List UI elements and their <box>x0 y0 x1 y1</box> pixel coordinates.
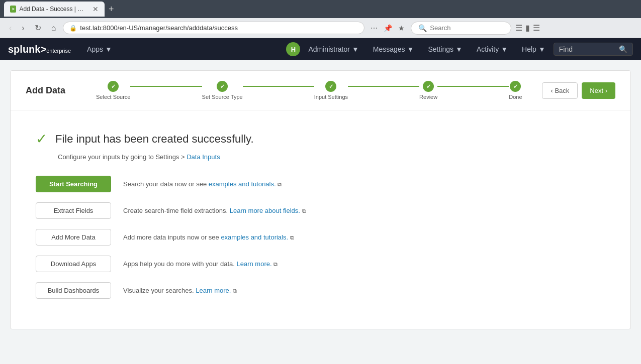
progress-steps: ✓ Select Source ✓ Set Source Type ✓ Inpu… <box>96 81 522 100</box>
user-initial: H <box>291 46 296 53</box>
enterprise-label: enterprise <box>46 48 71 54</box>
nav-administrator[interactable]: Administrator ▼ <box>302 38 364 60</box>
action-btn-download-apps[interactable]: Download Apps <box>36 256 111 272</box>
action-btn-add-more-data[interactable]: Add More Data <box>36 229 111 246</box>
search-input[interactable] <box>430 24 500 32</box>
step-done: ✓ Done <box>509 81 522 100</box>
hamburger-icon[interactable]: ☰ <box>533 23 540 33</box>
browser-chrome: > Add Data - Success | Splunk ✕ + <box>0 0 641 18</box>
browser-search-box[interactable]: 🔍 <box>411 22 511 35</box>
action-link[interactable]: examples and tutorials. <box>221 233 288 241</box>
app-header: splunk>enterprise Apps ▼ H Administrator… <box>0 38 641 60</box>
find-box[interactable]: Find 🔍 <box>554 43 633 56</box>
action-desc: Create search-time field extractions. Le… <box>123 207 306 214</box>
action-link[interactable]: examples and tutorials. <box>209 180 276 188</box>
pocket-button[interactable]: 📌 <box>382 22 394 34</box>
action-desc: Search your data now or see examples and… <box>123 180 282 188</box>
action-rows: Start SearchingSearch your data now or s… <box>36 176 605 299</box>
success-header: ✓ File input has been created successful… <box>36 131 605 147</box>
action-desc: Visualize your searches. Learn more. ⧉ <box>123 287 237 294</box>
activity-chevron-icon: ▼ <box>501 45 508 53</box>
action-row: Start SearchingSearch your data now or s… <box>36 176 605 192</box>
address-bar[interactable]: 🔒 test.lab:8000/en-US/manager/search/add… <box>63 22 364 34</box>
step-set-source-type: ✓ Set Source Type <box>202 81 243 100</box>
browser-menu-icons: ☰ ▮ ☰ <box>515 23 540 33</box>
action-link[interactable]: Learn more. <box>236 260 271 268</box>
splunk-logo-text: splunk> <box>8 44 46 55</box>
wizard-buttons: ‹ Back Next › <box>542 82 615 99</box>
messages-chevron-icon: ▼ <box>407 45 414 53</box>
step-review: ✓ Review <box>419 81 437 100</box>
nav-apps[interactable]: Apps ▼ <box>81 38 118 60</box>
wizard-title: Add Data <box>26 85 76 96</box>
home-button[interactable]: ⌂ <box>48 22 59 35</box>
help-chevron-icon: ▼ <box>538 45 545 53</box>
nav-messages-label: Messages <box>373 45 405 53</box>
tab-favicon: > <box>10 6 16 13</box>
nav-actions: ⋯ 📌 ★ <box>369 22 407 34</box>
browser-tab[interactable]: > Add Data - Success | Splunk ✕ <box>4 2 105 17</box>
nav-administrator-label: Administrator <box>308 45 349 53</box>
apps-chevron-icon: ▼ <box>105 45 112 53</box>
external-link-icon: ⧉ <box>290 234 294 240</box>
external-link-icon: ⧉ <box>233 288 237 294</box>
success-content: ✓ File input has been created successful… <box>11 110 630 329</box>
bookmarks-icon[interactable]: ☰ <box>515 23 522 33</box>
administrator-chevron-icon: ▼ <box>352 45 359 53</box>
action-btn-build-dashboards[interactable]: Build Dashboards <box>36 282 111 299</box>
action-row: Extract FieldsCreate search-time field e… <box>36 202 605 219</box>
overflow-menu-button[interactable]: ⋯ <box>369 22 380 34</box>
external-link-icon: ⧉ <box>273 261 278 267</box>
back-wizard-button[interactable]: ‹ Back <box>542 82 578 99</box>
nav-help-label: Help <box>522 45 536 53</box>
action-link[interactable]: Learn more. <box>196 287 231 294</box>
wizard-container: Add Data ✓ Select Source ✓ Set Source Ty… <box>10 70 631 329</box>
action-link[interactable]: Learn more about fields. <box>230 207 300 214</box>
main-content: Add Data ✓ Select Source ✓ Set Source Ty… <box>0 60 641 339</box>
step-input-settings: ✓ Input Settings <box>314 81 348 100</box>
bookmark-button[interactable]: ★ <box>396 22 407 34</box>
header-right: H Administrator ▼ Messages ▼ Settings ▼ … <box>286 38 633 60</box>
header-nav: Apps ▼ <box>81 38 286 60</box>
action-row: Download AppsApps help you do more with … <box>36 256 605 272</box>
action-btn-extract-fields[interactable]: Extract Fields <box>36 202 111 219</box>
connector-4-5 <box>437 86 509 87</box>
step-select-source: ✓ Select Source <box>96 81 130 100</box>
nav-activity[interactable]: Activity ▼ <box>471 38 514 60</box>
search-icon: 🔍 <box>418 24 427 32</box>
close-tab-button[interactable]: ✕ <box>93 5 99 13</box>
step-2-circle: ✓ <box>217 81 228 92</box>
success-subtitle: Configure your inputs by going to Settin… <box>36 153 605 161</box>
nav-settings-label: Settings <box>428 45 453 53</box>
find-input[interactable] <box>576 46 616 53</box>
nav-messages[interactable]: Messages ▼ <box>367 38 420 60</box>
nav-activity-label: Activity <box>477 45 499 53</box>
step-3-circle: ✓ <box>325 81 336 92</box>
action-row: Add More DataAdd more data inputs now or… <box>36 229 605 246</box>
connector-1-2 <box>130 86 202 87</box>
connector-2-3 <box>243 86 314 87</box>
settings-chevron-icon: ▼ <box>455 45 463 53</box>
external-link-icon: ⧉ <box>278 181 282 187</box>
nav-help[interactable]: Help ▼ <box>516 38 552 60</box>
data-inputs-link[interactable]: Data Inputs <box>187 153 220 161</box>
step-5-circle: ✓ <box>510 81 521 92</box>
splunk-logo: splunk>enterprise <box>8 44 71 55</box>
back-button[interactable]: ‹ <box>6 22 15 35</box>
step-3-label: Input Settings <box>314 94 348 100</box>
action-desc: Add more data inputs now or see examples… <box>123 233 294 241</box>
user-avatar: H <box>286 42 300 56</box>
action-btn-start-searching[interactable]: Start Searching <box>36 176 111 192</box>
url-text: test.lab:8000/en-US/manager/search/addda… <box>80 24 238 32</box>
external-link-icon: ⧉ <box>302 208 306 214</box>
new-tab-button[interactable]: + <box>109 4 114 15</box>
step-4-label: Review <box>419 94 437 100</box>
step-1-circle: ✓ <box>108 81 119 92</box>
browser-nav: ‹ › ↻ ⌂ 🔒 test.lab:8000/en-US/manager/se… <box>0 18 641 38</box>
sidebar-icon[interactable]: ▮ <box>525 23 530 33</box>
nav-settings[interactable]: Settings ▼ <box>422 38 468 60</box>
forward-button[interactable]: › <box>19 22 27 35</box>
next-wizard-button[interactable]: Next › <box>582 82 615 99</box>
subtitle-prefix: Configure your inputs by going to Settin… <box>58 153 187 161</box>
refresh-button[interactable]: ↻ <box>32 21 44 35</box>
